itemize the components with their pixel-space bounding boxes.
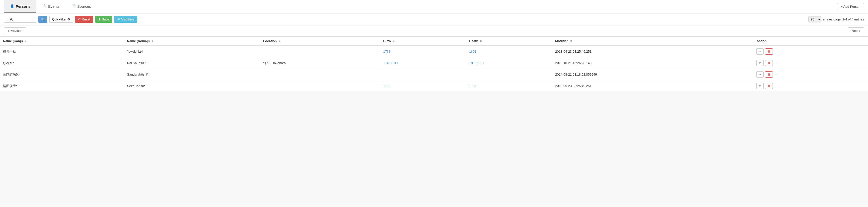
sort-birth-icon: ⇅ (393, 40, 394, 42)
save-button[interactable]: ⬆ Save (95, 16, 112, 23)
table-cell[interactable]: 1816.2.19 (466, 57, 552, 69)
table-cell: Sandarahōshi* (124, 69, 260, 80)
table-cell[interactable]: 1785 (466, 80, 552, 92)
table-row: 横井千秋Yokoichiaki173818012018-04-23 03:25:… (0, 46, 868, 57)
col-location[interactable]: Location ⇅ (260, 36, 380, 46)
edit-button[interactable]: ✏ (756, 71, 764, 78)
table-cell (260, 69, 380, 80)
delete-button[interactable]: 🗑 (765, 83, 773, 89)
search-button[interactable]: 🔍 (38, 16, 47, 23)
action-cell: ✏ 🗑 — (753, 80, 868, 92)
col-death-label: Death (469, 39, 478, 43)
table-cell[interactable]: 1738 (380, 46, 466, 57)
delete-button[interactable]: 🗑 (765, 49, 773, 55)
tab-persons-label: Persons (16, 4, 30, 8)
add-person-button[interactable]: + Add Person (837, 3, 864, 10)
col-name-romaji-label: Name (Romaji) (127, 39, 150, 43)
table-cell: 2014-08-21 03:18:52.859999 (552, 69, 753, 80)
data-table: Name (Kanji) ⇅ Name (Romaji) ⇅ Location … (0, 36, 868, 92)
table-cell: Rai Shunsui* (124, 57, 260, 69)
table-cell (380, 69, 466, 80)
table-cell[interactable]: 1719 (380, 80, 466, 92)
sources-icon: 📄 (71, 4, 76, 8)
table-cell: Seita Tansō* (124, 80, 260, 92)
action-separator: — (774, 50, 778, 53)
action-cell: ✏ 🗑 — (753, 46, 868, 57)
col-modified-label: Modified (555, 39, 568, 43)
quickfilter-button[interactable]: Quickfilter ⚙ (49, 16, 73, 23)
action-cell: ✏ 🗑 — (753, 57, 868, 69)
table-cell: 2019-10-21 15:26:28.148 (552, 57, 753, 69)
table-cell (466, 69, 552, 80)
delete-button[interactable]: 🗑 (765, 71, 773, 78)
table-cell: 清田儳叟* (0, 80, 124, 92)
col-name-kanji-label: Name (Kanji) (3, 39, 23, 43)
toolbar: 🔍 Quickfilter ⚙ ↺ Reset ⬆ Save 👁 Visuali… (0, 13, 868, 25)
tab-events[interactable]: 📋 Events (36, 0, 65, 13)
col-modified[interactable]: Modified ⇅ (552, 36, 753, 46)
col-location-label: Location (263, 39, 277, 43)
tab-events-label: Events (48, 4, 60, 8)
col-action: Action (753, 36, 868, 46)
sort-modified-icon: ⇅ (570, 40, 572, 42)
sort-death-icon: ⇅ (480, 40, 482, 42)
persons-icon: 👤 (10, 4, 14, 8)
table-cell[interactable]: 1746.6.30 (380, 57, 466, 69)
next-button[interactable]: Next (848, 27, 864, 34)
tab-sources-label: Sources (77, 4, 91, 8)
entries-info-text: entries/page: 1-4 of 4 entries (823, 18, 864, 21)
col-name-romaji[interactable]: Name (Romaji) ⇅ (124, 36, 260, 46)
table-cell (260, 80, 380, 92)
sort-name-kanji-icon: ⇅ (24, 40, 26, 42)
action-separator: — (774, 72, 778, 76)
table-header-row: Name (Kanji) ⇅ Name (Romaji) ⇅ Location … (0, 36, 868, 46)
col-action-label: Action (756, 39, 766, 43)
entries-per-page-select[interactable]: 25 50 100 (808, 16, 822, 23)
table-cell: 横井千秋 (0, 46, 124, 57)
table-row: 清田儳叟*Seita Tansō*171917852018-05-23 03:2… (0, 80, 868, 92)
table-cell: 2018-05-23 03:25:49.251 (552, 80, 753, 92)
search-input[interactable] (4, 16, 36, 23)
col-birth-label: Birth (383, 39, 391, 43)
previous-button[interactable]: Previous (4, 27, 26, 34)
table-cell: Yokoichiaki (124, 46, 260, 57)
visualize-button[interactable]: 👁 Visualize (114, 16, 137, 23)
edit-button[interactable]: ✏ (756, 49, 764, 55)
action-separator: — (774, 61, 778, 65)
table-cell: 頼春水* (0, 57, 124, 69)
table-cell[interactable]: 1801 (466, 46, 552, 57)
tab-sources[interactable]: 📄 Sources (65, 0, 97, 13)
edit-button[interactable]: ✏ (756, 83, 764, 89)
sort-location-icon: ⇅ (278, 40, 280, 42)
delete-button[interactable]: 🗑 (765, 60, 773, 66)
col-name-kanji[interactable]: Name (Kanji) ⇅ (0, 36, 124, 46)
reset-button[interactable]: ↺ Reset (75, 16, 93, 23)
table-row: 三陀羅法師*Sandarahōshi*2014-08-21 03:18:52.8… (0, 69, 868, 80)
events-icon: 📋 (42, 4, 46, 8)
pagination-top: Previous Next (0, 25, 868, 36)
table-cell: 竹原 / Takehara (260, 57, 380, 69)
action-separator: — (774, 84, 778, 88)
col-death[interactable]: Death ⇅ (466, 36, 552, 46)
tab-persons[interactable]: 👤 Persons (4, 0, 36, 13)
edit-button[interactable]: ✏ (756, 60, 764, 66)
table-cell (260, 46, 380, 57)
top-navigation: 👤 Persons 📋 Events 📄 Sources + Add Perso… (0, 0, 868, 13)
entries-info: 25 50 100 entries/page: 1-4 of 4 entries (808, 16, 864, 23)
table-row: 頼春水*Rai Shunsui*竹原 / Takehara1746.6.3018… (0, 57, 868, 69)
table-cell: 三陀羅法師* (0, 69, 124, 80)
col-birth[interactable]: Birth ⇅ (380, 36, 466, 46)
table-cell: 2018-04-23 03:25:49.251 (552, 46, 753, 57)
search-icon: 🔍 (41, 18, 45, 21)
sort-name-romaji-icon: ⇅ (151, 40, 153, 42)
action-cell: ✏ 🗑 — (753, 69, 868, 80)
